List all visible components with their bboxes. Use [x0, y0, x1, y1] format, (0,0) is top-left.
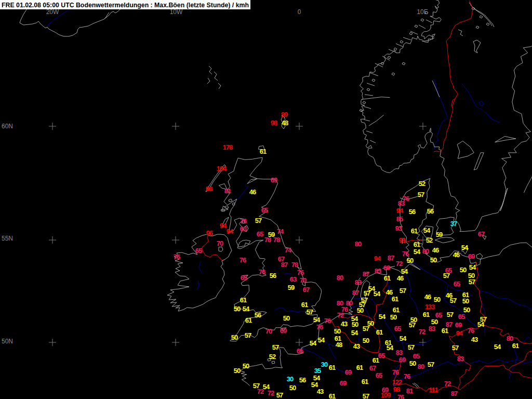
- svg-text:57: 57: [450, 297, 457, 304]
- svg-text:57: 57: [255, 217, 262, 224]
- svg-text:37: 37: [450, 220, 457, 228]
- svg-text:50: 50: [231, 334, 238, 341]
- svg-text:69: 69: [271, 176, 277, 184]
- svg-text:50: 50: [243, 362, 249, 370]
- svg-text:54: 54: [400, 335, 407, 342]
- svg-text:98: 98: [271, 119, 277, 127]
- svg-text:61: 61: [384, 274, 391, 282]
- svg-text:65: 65: [376, 371, 382, 379]
- svg-text:46: 46: [453, 251, 460, 259]
- svg-text:61: 61: [240, 296, 247, 304]
- svg-text:61: 61: [260, 148, 267, 155]
- svg-text:69: 69: [468, 252, 475, 260]
- svg-text:50: 50: [430, 256, 437, 264]
- svg-text:69: 69: [340, 379, 347, 387]
- svg-text:87: 87: [281, 261, 288, 269]
- svg-text:80: 80: [418, 363, 424, 370]
- svg-text:57: 57: [400, 287, 406, 295]
- svg-text:83: 83: [398, 200, 405, 207]
- svg-text:10E: 10E: [417, 8, 428, 16]
- svg-text:56: 56: [427, 207, 434, 215]
- svg-text:30: 30: [287, 375, 294, 383]
- svg-text:60N: 60N: [2, 123, 13, 130]
- svg-text:81: 81: [406, 387, 413, 395]
- svg-text:98: 98: [393, 385, 400, 393]
- svg-text:43: 43: [353, 342, 360, 350]
- svg-text:61: 61: [362, 378, 368, 385]
- svg-text:65: 65: [241, 274, 247, 282]
- svg-text:85: 85: [396, 215, 403, 223]
- svg-text:57: 57: [408, 343, 415, 351]
- svg-text:61: 61: [414, 241, 420, 248]
- svg-text:65: 65: [195, 247, 202, 255]
- svg-text:54: 54: [461, 244, 469, 251]
- svg-text:50: 50: [357, 307, 364, 314]
- svg-text:FRE 01.02.08 05:00 UTC Bodenw: FRE 01.02.08 05:00 UTC Bodenwettermeldun…: [2, 1, 249, 9]
- svg-text:56: 56: [270, 272, 276, 280]
- svg-text:50: 50: [283, 314, 290, 322]
- svg-text:52: 52: [269, 353, 276, 361]
- svg-text:72: 72: [396, 260, 403, 268]
- svg-text:72: 72: [268, 389, 274, 397]
- svg-text:98: 98: [206, 185, 212, 193]
- svg-text:76: 76: [324, 317, 331, 325]
- svg-text:65: 65: [257, 230, 263, 238]
- svg-text:65: 65: [413, 352, 420, 360]
- svg-text:46: 46: [249, 188, 256, 196]
- svg-text:87: 87: [363, 270, 369, 278]
- svg-text:80: 80: [507, 335, 513, 342]
- svg-text:72: 72: [444, 380, 451, 388]
- svg-text:70: 70: [300, 276, 307, 284]
- svg-text:57: 57: [452, 344, 459, 352]
- svg-text:93: 93: [395, 224, 402, 232]
- svg-text:83: 83: [396, 349, 403, 356]
- svg-text:74: 74: [277, 228, 284, 235]
- svg-text:20W: 20W: [46, 8, 59, 16]
- svg-text:54: 54: [414, 248, 421, 256]
- svg-text:54: 54: [351, 329, 358, 337]
- svg-text:57: 57: [418, 191, 424, 198]
- svg-text:43: 43: [471, 336, 478, 343]
- svg-text:74: 74: [285, 246, 292, 254]
- svg-text:89: 89: [281, 111, 288, 118]
- svg-text:81: 81: [224, 187, 231, 195]
- svg-text:87: 87: [352, 289, 359, 297]
- svg-text:50: 50: [407, 257, 414, 264]
- svg-text:83: 83: [355, 278, 362, 286]
- svg-text:87: 87: [451, 390, 458, 397]
- svg-text:50: 50: [434, 296, 441, 303]
- svg-text:54: 54: [379, 313, 386, 321]
- svg-text:50N: 50N: [2, 338, 13, 345]
- svg-text:76: 76: [397, 393, 404, 399]
- svg-text:83: 83: [429, 325, 435, 332]
- svg-text:46: 46: [424, 293, 431, 301]
- svg-text:80: 80: [422, 247, 429, 255]
- svg-text:76: 76: [402, 250, 409, 258]
- svg-text:50: 50: [334, 327, 341, 335]
- svg-text:43: 43: [341, 320, 348, 328]
- svg-text:54: 54: [387, 344, 394, 352]
- svg-text:94: 94: [374, 255, 381, 262]
- svg-text:0: 0: [298, 8, 301, 16]
- svg-text:80: 80: [337, 274, 343, 282]
- svg-text:61: 61: [512, 342, 519, 350]
- svg-text:59: 59: [436, 231, 443, 238]
- svg-text:87: 87: [388, 254, 394, 262]
- svg-text:94: 94: [227, 228, 234, 235]
- svg-text:61: 61: [393, 306, 400, 314]
- svg-text:48: 48: [336, 341, 342, 349]
- svg-text:54: 54: [374, 290, 381, 298]
- svg-text:91: 91: [399, 236, 406, 244]
- svg-text:46: 46: [432, 246, 439, 254]
- svg-text:50: 50: [352, 321, 358, 328]
- svg-text:76: 76: [297, 269, 304, 276]
- svg-text:46: 46: [397, 274, 404, 282]
- svg-text:87: 87: [446, 321, 453, 328]
- svg-text:57: 57: [469, 278, 475, 286]
- svg-text:94: 94: [396, 207, 404, 215]
- svg-text:57: 57: [363, 392, 369, 399]
- svg-text:178: 178: [223, 143, 233, 151]
- svg-text:61: 61: [392, 295, 398, 303]
- svg-text:30: 30: [321, 361, 328, 368]
- svg-text:54: 54: [243, 305, 250, 313]
